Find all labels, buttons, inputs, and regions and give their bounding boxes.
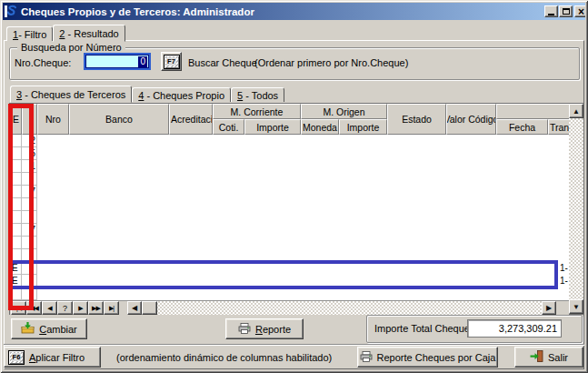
buscar-cheque-label: Buscar Cheque [188, 57, 257, 68]
col-header-e[interactable]: E [10, 104, 22, 135]
nav-prior-button[interactable]: ◀ [42, 301, 57, 315]
reporte-cheques-caja-button[interactable]: Reporte Cheques por Caja [357, 347, 498, 368]
scroll-up-icon[interactable]: ▲ [569, 104, 583, 118]
tab-resultado[interactable]: 2 - Resultado [53, 25, 125, 42]
col-header-moneda[interactable]: Moneda [301, 119, 339, 135]
grid-body: 2 5 1 7 7 E E [10, 135, 570, 300]
buscar-cheque-button[interactable]: F7 [161, 52, 182, 71]
nav-first-button[interactable]: |◀ [11, 301, 26, 315]
app-window: Cheques Propios y de Terceros: Administr… [0, 0, 588, 373]
col-header-banco[interactable]: Banco [69, 104, 169, 135]
ordenar-hint: (Ordenar primero por Nro.Cheque) [254, 57, 408, 68]
table-row[interactable] [10, 237, 570, 249]
cheques-grid: E Nro Banco Acreditación M. Corriente Co… [9, 103, 584, 315]
col-header-estado[interactable]: Estado [387, 104, 446, 135]
tab-cheques-propio[interactable]: 4 - Cheques Propio [132, 87, 231, 102]
nav-search-button[interactable]: ? [57, 301, 73, 315]
col-header-acreditacion[interactable]: Acreditación [169, 104, 213, 135]
minimize-button[interactable] [544, 5, 558, 17]
col-header-blank[interactable] [22, 104, 37, 135]
aplicar-filtro-button[interactable]: F6 Aplicar Filtro [4, 347, 101, 368]
tab-cheques-terceros[interactable]: 3 - Cheques de Terceros [10, 86, 132, 103]
table-row-selected[interactable]: E [10, 262, 570, 275]
scroll-right-icon[interactable]: ▶ [542, 301, 556, 315]
close-button[interactable]: × [574, 5, 585, 17]
col-header-fecha[interactable]: Fecha [496, 119, 548, 135]
table-row[interactable] [10, 287, 570, 300]
divider [4, 344, 584, 346]
horizontal-scrollbar-track[interactable] [127, 301, 556, 315]
app-logo-icon [5, 5, 18, 18]
vertical-scrollbar[interactable]: ▲ ▼ [569, 104, 583, 314]
scroll-down-icon[interactable]: ▼ [569, 299, 583, 314]
table-row[interactable]: 5 [10, 147, 570, 160]
col-header-valor-codigo[interactable]: Valor Código [446, 104, 496, 135]
col-group-fecha[interactable] [496, 104, 571, 119]
maximize-icon [563, 8, 570, 15]
horizontal-scrollbar-thumb[interactable] [142, 301, 157, 315]
printer-icon [360, 351, 373, 364]
nav-prior-page-button[interactable]: ◀◀ [26, 301, 42, 315]
ordenamiento-note: (ordenamiento dinámico de columnas habil… [116, 352, 332, 363]
window-title: Cheques Propios y de Terceros: Administr… [21, 6, 254, 17]
close-icon: × [578, 7, 584, 16]
nav-next-page-button[interactable]: ▶▶ [88, 301, 104, 315]
f6-key-icon: F6 [8, 350, 25, 365]
vertical-scrollbar-track[interactable] [569, 118, 583, 299]
table-row-selected[interactable]: E [10, 275, 570, 287]
salir-button[interactable]: Salir [514, 347, 583, 368]
exit-door-icon [530, 350, 543, 364]
col-header-tran[interactable]: Tran [548, 119, 571, 135]
importe-total-label: Importe Total Cheques: [374, 323, 478, 334]
col-header-nro[interactable]: Nro [37, 104, 69, 135]
printer-icon [238, 323, 251, 336]
main-tabstrip: 1- Filtro 2 - Resultado [6, 24, 125, 41]
f7-key-icon: F7 [164, 55, 180, 69]
table-row[interactable]: 1 [10, 160, 570, 173]
nro-cheque-input[interactable]: 0 [84, 53, 151, 70]
result-tabstrip: 3 - Cheques de Terceros 4 - Cheques Prop… [10, 85, 284, 102]
tab-todos[interactable]: 5 - Todos [231, 87, 284, 102]
search-group-title: Busqueda por Número [17, 42, 125, 53]
col-header-importe-origen[interactable]: Importe [339, 119, 387, 135]
table-row[interactable]: 7 [10, 224, 570, 237]
scroll-left-icon[interactable]: ◀ [127, 301, 142, 315]
col-group-m-corriente[interactable]: M. Corriente [213, 104, 301, 119]
table-row[interactable] [10, 173, 570, 186]
tab-filtro[interactable]: 1- Filtro [6, 26, 53, 41]
nro-cheque-value: 0 [138, 56, 147, 67]
cambiar-icon [21, 322, 35, 336]
col-header-importe-corriente[interactable]: Importe [244, 119, 301, 135]
importe-total-value: 3,273,309.21 [467, 319, 562, 338]
table-row[interactable] [10, 211, 570, 224]
nav-next-button[interactable]: ▶ [73, 301, 88, 315]
table-row[interactable]: 2 [10, 135, 570, 147]
reporte-button[interactable]: Reporte [225, 318, 304, 339]
cambiar-button[interactable]: Cambiar [11, 318, 87, 339]
col-header-coti[interactable]: Coti. [213, 119, 244, 135]
nav-last-button[interactable]: ▶| [104, 301, 119, 315]
col-group-m-origen[interactable]: M. Origen [301, 104, 387, 119]
grid-header: E Nro Banco Acreditación M. Corriente Co… [10, 104, 571, 135]
table-row[interactable]: 7 [10, 186, 570, 198]
titlebar[interactable]: Cheques Propios y de Terceros: Administr… [3, 3, 585, 20]
minimize-icon [548, 14, 554, 15]
maximize-button[interactable] [559, 5, 573, 17]
table-row[interactable] [10, 249, 570, 262]
nro-cheque-label: Nro.Cheque: [15, 57, 71, 68]
table-row[interactable] [10, 198, 570, 211]
